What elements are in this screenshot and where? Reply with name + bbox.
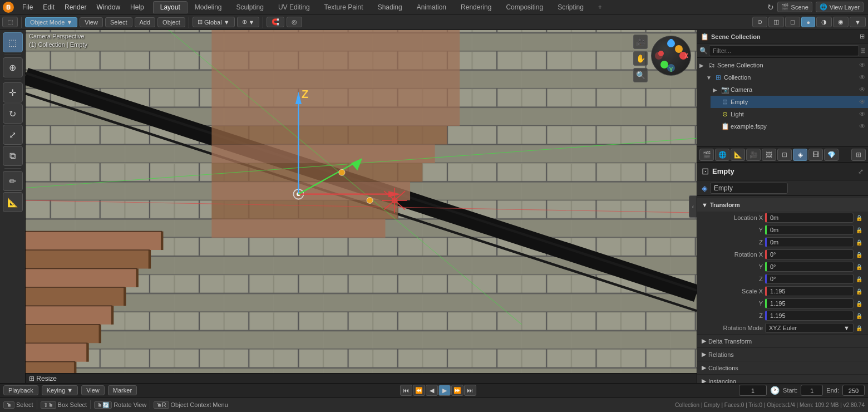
annotate-tool-button[interactable]: ✏ <box>3 171 23 191</box>
main-viewport[interactable]: Z Camera Perspective (1 <box>26 30 697 383</box>
rotate-tool-button[interactable]: ↻ <box>3 104 23 124</box>
rotation-x-value[interactable]: 0° <box>765 249 854 259</box>
prev-keyframe-button[interactable]: ⏪ <box>413 385 425 396</box>
zoom-button[interactable]: 🔍 <box>633 68 648 82</box>
scale-y-value[interactable]: 1.195 <box>765 298 854 308</box>
end-frame-display[interactable]: 250 <box>842 385 865 396</box>
outliner-filter-icon[interactable]: ⊞ <box>860 33 865 40</box>
scale-tool-button[interactable]: ⤢ <box>3 125 23 145</box>
move-tool-button[interactable]: ✛ <box>3 82 23 102</box>
xray-button[interactable]: ◫ <box>768 17 784 27</box>
outliner-search-input[interactable] <box>709 45 859 56</box>
shading-solid-button[interactable]: ● <box>801 17 815 27</box>
workspace-tab-modeling[interactable]: Modeling <box>188 1 229 13</box>
play-button[interactable]: ▶ <box>438 385 451 396</box>
rotation-y-value[interactable]: 0° <box>765 262 854 272</box>
view-menu-tl-button[interactable]: View <box>81 385 105 395</box>
prop-tab-view-layer[interactable]: 📐 <box>731 149 745 161</box>
scale-x-lock[interactable]: 🔒 <box>856 288 864 295</box>
location-y-value[interactable]: 0m <box>765 225 854 235</box>
outliner-fspy-item[interactable]: 📋 example.fspy 👁 <box>711 120 868 133</box>
object-mode-button[interactable]: Object Mode ▼ <box>25 17 77 27</box>
select-menu-button[interactable]: Select <box>105 17 132 27</box>
menu-file[interactable]: File <box>18 2 37 12</box>
next-keyframe-button[interactable]: ⏭ <box>464 385 476 396</box>
navigation-ball[interactable]: Z X Y <box>651 36 691 76</box>
rotation-z-value[interactable]: 0° <box>765 274 854 284</box>
workspace-tab-sculpting[interactable]: Sculpting <box>229 1 271 13</box>
right-panel-collapse-button[interactable]: ‹ <box>689 195 697 218</box>
editor-type-button[interactable]: ⬚ <box>2 17 18 27</box>
fspy-eye[interactable]: 👁 <box>859 122 866 130</box>
workspace-tab-texture-paint[interactable]: Texture Paint <box>317 1 371 13</box>
location-x-lock[interactable]: 🔒 <box>856 215 864 221</box>
transform-space-button[interactable]: ⊞ Global ▼ <box>193 17 235 27</box>
outliner-scene-collection[interactable]: ▶ 🗂 Scene Collection 👁 <box>697 59 868 71</box>
menu-help[interactable]: Help <box>126 2 149 12</box>
outliner-camera-item[interactable]: ▶ 📷 Camera 👁 <box>711 84 868 96</box>
add-menu-button[interactable]: Add <box>135 17 156 27</box>
scale-y-lock[interactable]: 🔒 <box>856 301 864 307</box>
delta-transform-section[interactable]: ▶ Delta Transform <box>697 335 868 348</box>
transform-tool-button[interactable]: ⧉ <box>3 146 23 166</box>
light-eye[interactable]: 👁 <box>859 110 866 118</box>
shading-lls-button[interactable]: ◑ <box>816 17 832 27</box>
workspace-tab-animation[interactable]: Animation <box>410 1 453 13</box>
location-z-lock[interactable]: 🔒 <box>856 239 864 246</box>
camera-view-button[interactable]: 🎥 <box>633 35 648 49</box>
workspace-tab-scripting[interactable]: Scripting <box>550 1 591 13</box>
view-menu-button[interactable]: View <box>80 17 103 27</box>
object-name-input[interactable] <box>710 183 788 194</box>
collections-section[interactable]: ▶ Collections <box>697 361 868 375</box>
prop-tab-particles[interactable]: 🎞 <box>808 149 823 161</box>
playback-menu-button[interactable]: Playback <box>3 385 38 395</box>
view-layer-selector[interactable]: 🌐 View Layer <box>816 2 864 12</box>
menu-edit[interactable]: Edit <box>38 2 59 12</box>
rotation-mode-lock[interactable]: 🔒 <box>856 325 864 331</box>
transform-section-header[interactable]: ▼ Transform <box>697 198 868 212</box>
next-frame-button[interactable]: ⏩ <box>451 385 463 396</box>
rotation-mode-select[interactable]: XYZ Euler ▼ <box>765 323 854 333</box>
prop-tab-output[interactable]: 🌐 <box>715 149 729 161</box>
measure-tool-button[interactable]: 📐 <box>3 192 23 212</box>
workspace-tab-compositing[interactable]: Compositing <box>499 1 550 13</box>
prop-tab-physics[interactable]: 💎 <box>824 149 839 161</box>
viewport-shading-options[interactable]: ▼ <box>850 17 866 27</box>
empty-eye[interactable]: 👁 <box>859 98 866 106</box>
rotation-z-lock[interactable]: 🔒 <box>856 276 864 282</box>
relations-section[interactable]: ▶ Relations <box>697 348 868 361</box>
pivot-button[interactable]: ⊕ ▼ <box>237 17 260 27</box>
workspace-tab-rendering[interactable]: Rendering <box>453 1 499 13</box>
scale-z-lock[interactable]: 🔒 <box>856 313 864 319</box>
location-z-value[interactable]: 0m <box>765 237 854 247</box>
scene-selector[interactable]: 🎬 Scene <box>777 2 812 12</box>
collection-eye[interactable]: 👁 <box>859 73 866 81</box>
location-y-lock[interactable]: 🔒 <box>856 227 864 233</box>
keying-menu-button[interactable]: Keying ▼ <box>42 385 78 395</box>
hand-tool-button[interactable]: ✋ <box>633 51 648 66</box>
prev-frame-button[interactable]: ◀ <box>426 385 438 396</box>
marker-menu-button[interactable]: Marker <box>108 385 137 395</box>
prop-tab-scene[interactable]: 🎥 <box>746 149 761 161</box>
workspace-tab-uv-editing[interactable]: UV Editing <box>271 1 317 13</box>
add-workspace-button[interactable]: + <box>591 1 609 13</box>
outliner-light-item[interactable]: ⊙ Light 👁 <box>711 108 868 120</box>
prop-tab-modifier[interactable]: ◈ <box>793 149 807 161</box>
outliner-collection-item[interactable]: ▼ ⊞ Collection 👁 <box>704 71 868 84</box>
prop-tab-render[interactable]: 🎬 <box>699 149 714 161</box>
cursor-tool-button[interactable]: ⊕ <box>3 57 23 77</box>
shading-rendered-button[interactable]: ◉ <box>833 17 849 27</box>
prop-tab-world[interactable]: 🖼 <box>762 149 776 161</box>
workspace-tab-layout[interactable]: Layout <box>153 1 188 13</box>
shading-wire-button[interactable]: ◻ <box>785 17 800 27</box>
scale-x-value[interactable]: 1.195 <box>765 286 854 296</box>
location-x-value[interactable]: 0m <box>765 213 854 223</box>
menu-window[interactable]: Window <box>92 2 125 12</box>
viewport-navigation-gizmo[interactable]: Z X Y <box>651 36 691 76</box>
object-menu-button[interactable]: Object <box>157 17 185 27</box>
resize-handle[interactable]: ⊞ Resize <box>26 373 697 383</box>
current-frame-display[interactable]: 1 <box>739 385 767 396</box>
sort-icon[interactable]: ⊞ <box>860 47 866 55</box>
prop-tab-object[interactable]: ⊡ <box>777 149 792 161</box>
snap-button[interactable]: 🧲 <box>267 17 284 27</box>
